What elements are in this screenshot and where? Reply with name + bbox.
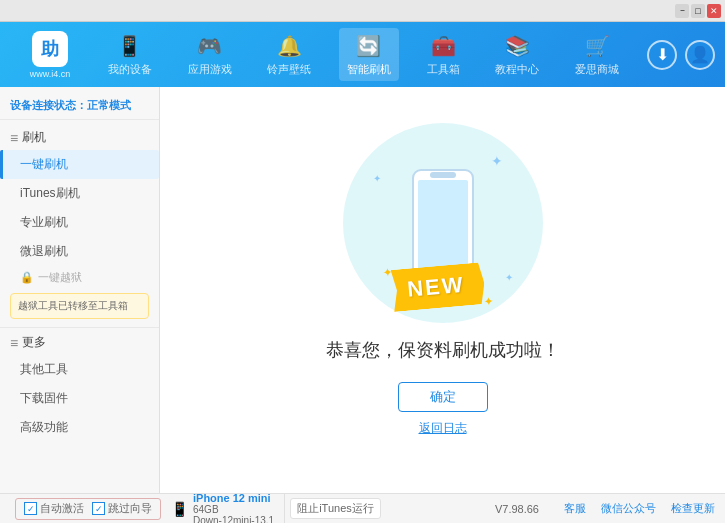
bottom-left-section: ✓ 自动激活 ✓ 跳过向导 📱 iPhone 12 mini 64GB Down… [10,492,495,524]
connection-status: 设备连接状态：正常模式 [0,92,159,120]
back-link[interactable]: 返回日志 [419,420,467,437]
nav-right-controls: ⬇ 👤 [647,40,715,70]
sparkle-2: ✦ [373,173,381,184]
sparkle-3: ✦ [505,272,513,283]
sidebar-item-download-fw[interactable]: 下载固件 [0,384,159,413]
auto-launch-checkbox-box[interactable]: ✓ [24,502,37,515]
status-label: 设备连接状态： [10,99,87,111]
nav-tutorials[interactable]: 📚 教程中心 [487,28,547,81]
auto-launch-checkbox[interactable]: ✓ 自动激活 [24,501,84,516]
main-area: 设备连接状态：正常模式 ≡ 刷机 一键刷机 iTunes刷机 专业刷机 微退刷机… [0,87,725,493]
nav-store[interactable]: 🛒 爱思商城 [567,28,627,81]
star-left-icon: ✦ [382,265,393,280]
smart-flash-icon: 🔄 [355,32,383,60]
stop-itunes-button[interactable]: 阻止iTunes运行 [290,498,381,519]
download-button[interactable]: ⬇ [647,40,677,70]
toolbox-icon: 🧰 [429,32,457,60]
phone-illustration: ✦ ✦ ✦ ✦ NEW ✦ [363,143,523,323]
sidebar: 设备连接状态：正常模式 ≡ 刷机 一键刷机 iTunes刷机 专业刷机 微退刷机… [0,87,160,493]
logo-icon: 助 [32,31,68,67]
svg-rect-1 [418,180,468,270]
skip-wizard-checkbox[interactable]: ✓ 跳过向导 [92,501,152,516]
flash-section-label: 刷机 [22,129,46,146]
device-name: iPhone 12 mini [193,492,274,504]
more-section-header: ≡ 更多 [0,327,159,355]
smart-flash-label: 智能刷机 [347,62,391,77]
nav-toolbox[interactable]: 🧰 工具箱 [419,28,468,81]
device-storage: 64GB [193,504,274,515]
new-badge-text: NEW [406,272,465,302]
bottom-bar: ✓ 自动激活 ✓ 跳过向导 📱 iPhone 12 mini 64GB Down… [0,493,725,523]
success-message: 恭喜您，保资料刷机成功啦！ [326,338,560,362]
device-icon: 📱 [171,501,188,517]
auto-launch-label: 自动激活 [40,501,84,516]
stop-itunes-label: 阻止iTunes运行 [297,501,374,516]
sidebar-item-wipe-flash[interactable]: 微退刷机 [0,237,159,266]
nav-my-device[interactable]: 📱 我的设备 [100,28,160,81]
nav-smart-flash[interactable]: 🔄 智能刷机 [339,28,399,81]
confirm-btn-label: 确定 [430,388,456,406]
skip-wizard-label: 跳过向导 [108,501,152,516]
sparkle-1: ✦ [491,153,503,169]
svg-rect-2 [430,172,456,178]
maximize-button[interactable]: □ [691,4,705,18]
logo: 助 www.i4.cn [10,31,90,79]
new-ribbon-bg: NEW [390,262,486,312]
lock-icon: 🔒 [20,271,34,284]
sidebar-item-other-tools[interactable]: 其他工具 [0,355,159,384]
toolbox-label: 工具箱 [427,62,460,77]
ringtones-icon: 🔔 [275,32,303,60]
jailbreak-label: 一键越狱 [38,270,82,285]
customer-service-link[interactable]: 客服 [564,501,586,516]
new-ribbon: ✦ NEW ✦ [390,262,486,312]
sidebar-item-one-key-flash[interactable]: 一键刷机 [0,150,159,179]
store-icon: 🛒 [583,32,611,60]
skip-wizard-checkbox-box[interactable]: ✓ [92,502,105,515]
tutorials-label: 教程中心 [495,62,539,77]
version-label: V7.98.66 [495,503,539,515]
my-device-icon: 📱 [116,32,144,60]
logo-subtitle: www.i4.cn [30,69,71,79]
device-firmware: Down-12mini-13.1 [193,515,274,524]
more-section-label: 更多 [22,334,46,351]
jailbreak-notice: 越狱工具已转移至工具箱 [10,293,149,319]
content-area: ✦ ✦ ✦ ✦ NEW ✦ 恭喜您， [160,87,725,493]
bottom-right-section: V7.98.66 客服 微信公众号 检查更新 [495,501,715,516]
success-illustration: ✦ ✦ ✦ ✦ NEW ✦ 恭喜您， [326,143,560,437]
confirm-button[interactable]: 确定 [398,382,488,412]
my-device-label: 我的设备 [108,62,152,77]
sidebar-item-pro-flash[interactable]: 专业刷机 [0,208,159,237]
star-right-icon: ✦ [483,294,494,309]
tutorials-icon: 📚 [503,32,531,60]
status-value: 正常模式 [87,99,131,111]
bottom-checkboxes: ✓ 自动激活 ✓ 跳过向导 [15,498,161,520]
ringtones-label: 铃声壁纸 [267,62,311,77]
flash-section-icon: ≡ [10,130,18,146]
device-info-section: 📱 iPhone 12 mini 64GB Down-12mini-13.1 [161,492,285,524]
flash-section-header: ≡ 刷机 [0,125,159,150]
nav-ringtones[interactable]: 🔔 铃声壁纸 [259,28,319,81]
title-bar: － □ ✕ [0,0,725,22]
more-section-icon: ≡ [10,335,18,351]
window-controls: － □ ✕ [675,4,721,18]
nav-apps[interactable]: 🎮 应用游戏 [180,28,240,81]
apps-label: 应用游戏 [188,62,232,77]
top-navigation: 助 www.i4.cn 📱 我的设备 🎮 应用游戏 🔔 铃声壁纸 🔄 智能刷机 … [0,22,725,87]
user-button[interactable]: 👤 [685,40,715,70]
jailbreak-section: 🔒 一键越狱 [0,266,159,289]
minimize-button[interactable]: － [675,4,689,18]
sidebar-item-itunes-flash[interactable]: iTunes刷机 [0,179,159,208]
nav-items: 📱 我的设备 🎮 应用游戏 🔔 铃声壁纸 🔄 智能刷机 🧰 工具箱 📚 教程中心… [90,28,637,81]
sidebar-item-advanced[interactable]: 高级功能 [0,413,159,442]
check-update-link[interactable]: 检查更新 [671,501,715,516]
wechat-link[interactable]: 微信公众号 [601,501,656,516]
close-button[interactable]: ✕ [707,4,721,18]
device-details: iPhone 12 mini 64GB Down-12mini-13.1 [193,492,274,524]
apps-icon: 🎮 [196,32,224,60]
store-label: 爱思商城 [575,62,619,77]
